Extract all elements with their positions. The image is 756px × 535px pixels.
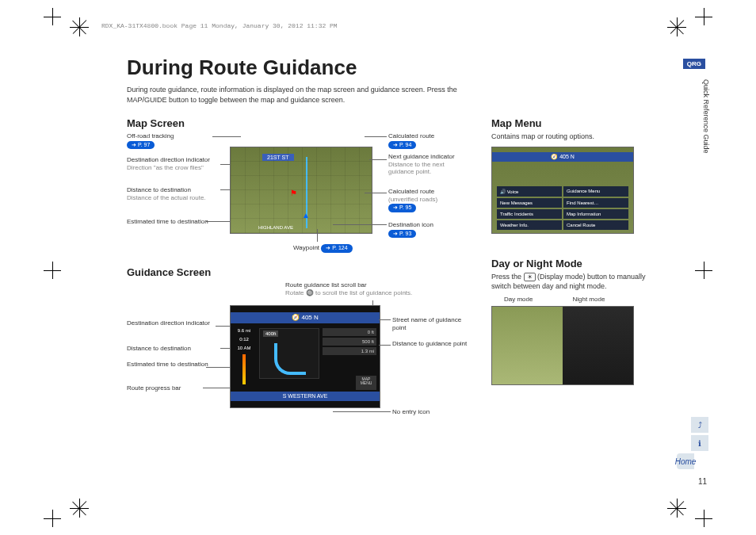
callout-direction-indicator: Destination direction indicator Directio… (127, 156, 222, 171)
callout-calculated-route: Calculated route P. 94 (388, 132, 468, 149)
pageref: P. 94 (388, 141, 416, 149)
map-menu-screenshot: 🧭 405 N 🔊 Voice Guidance Menu New Messag… (491, 147, 634, 234)
heading-map-screen: Map Screen (127, 117, 468, 129)
street-bar-bottom: S WESTERN AVE (231, 392, 380, 401)
crop-mark (695, 510, 712, 527)
street-label-bottom: HIGHLAND AVE (258, 225, 293, 230)
day-night-screenshot (491, 306, 634, 385)
print-header: RDX_KA-31TX4800.book Page 11 Monday, Jan… (101, 22, 338, 29)
callout-no-entry: No entry icon (392, 408, 468, 416)
map-menu-desc: Contains map or routing options. (491, 132, 666, 142)
pageref: P. 97 (127, 141, 155, 149)
menu-item: Traffic Incidents (497, 209, 562, 219)
leader-line (206, 367, 233, 368)
guide-title-vertical: Quick Reference Guide (702, 79, 710, 154)
crop-mark (695, 8, 712, 25)
register-mark (667, 499, 686, 518)
leader-line (333, 411, 391, 412)
street-label-top: 21ST ST (262, 154, 294, 161)
list-item: 1.3 mi (323, 347, 376, 355)
map-screenshot: 21ST ST ⚑ ▲ HIGHLAND AVE (230, 147, 372, 234)
guidance-list: 0 ft 500 ft 1.3 mi (323, 328, 376, 357)
register-mark (667, 17, 686, 36)
side-stats: 9.6 mi 0:12 10 AM (232, 328, 256, 386)
day-mode-thumb (492, 307, 563, 384)
leader-line (333, 224, 387, 225)
page-number: 11 (698, 477, 707, 486)
callout-unverified-route: Calculated route (unverified roads) P. 9… (388, 188, 468, 212)
callout-scroll-bar: Route guidance list scroll bar Rotate 🔘 … (285, 281, 444, 296)
pageref: P. 93 (388, 230, 416, 238)
heading-day-night: Day or Night Mode (491, 258, 666, 269)
map-screen-diagram: Off-road tracking P. 97 Destination dire… (127, 132, 468, 263)
menu-item: 🔊 Voice (497, 186, 562, 197)
crop-mark (44, 262, 61, 279)
night-mode-label: Night mode (572, 296, 605, 303)
map-menu-button: MAP MENU (356, 376, 376, 390)
menu-item: Map Information (563, 209, 628, 219)
callout-off-road: Off-road tracking P. 97 (127, 132, 222, 149)
callout-distance-gp: Distance to guidance point (392, 340, 468, 348)
mode-labels: Day mode Night mode (491, 296, 666, 303)
pageref: P. 95 (388, 204, 416, 212)
progress-bar-icon (242, 354, 246, 384)
route-icon: ⤴ (691, 417, 708, 433)
night-mode-thumb (563, 307, 633, 384)
info-icon: ℹ (691, 435, 708, 451)
home-tab: Home (677, 453, 694, 469)
callout-next-guidance: Next guidance indicator Distance to the … (388, 153, 468, 176)
leader-line (369, 159, 387, 160)
day-night-desc: Press the ☀ (Display mode) button to man… (491, 273, 666, 291)
callout-dir-indicator-g: Destination direction indicator (127, 319, 222, 327)
crop-mark (695, 262, 712, 279)
callout-street-name: Street name of guidance point (392, 316, 468, 331)
intro-text: During route guidance, route information… (127, 85, 468, 105)
leader-line (317, 229, 318, 242)
menu-item: Guidance Menu (563, 186, 628, 197)
menu-item: Find Nearest… (563, 198, 628, 208)
day-mode-label: Day mode (504, 296, 533, 303)
crop-mark (44, 8, 61, 25)
list-item: 0 ft (323, 328, 376, 336)
menu-item: New Messages (497, 198, 562, 208)
street-bar-top: 🧭 405 N (492, 152, 633, 162)
callout-destination-icon: Destination icon P. 93 (388, 221, 468, 238)
guidance-screenshot: 🧭 405 N 9.6 mi 0:12 10 AM 400ft 0 ft 500… (230, 305, 380, 408)
turn-thumbnail: 400ft (259, 328, 319, 379)
display-mode-key-icon: ☀ (524, 273, 536, 282)
leader-line (379, 345, 391, 346)
leader-line (203, 388, 233, 388)
menu-item: Weather Info. (497, 220, 562, 230)
waypoint-icon: ▲ (302, 211, 310, 220)
leader-line (379, 319, 391, 320)
menu-item: Cancel Route (563, 220, 628, 230)
destination-flag-icon: ⚑ (290, 189, 297, 197)
turn-distance: 400ft (263, 331, 278, 337)
street-bar-top: 🧭 405 N (231, 312, 380, 323)
side-tab-icons: ⤴ ℹ Home (691, 417, 708, 472)
leader-line (365, 136, 387, 137)
register-mark (70, 499, 89, 518)
turn-arrow-icon (274, 343, 306, 375)
heading-map-menu: Map Menu (491, 117, 666, 129)
register-mark (70, 17, 89, 36)
list-item: 500 ft (323, 338, 376, 346)
leader-line (212, 136, 241, 137)
heading-guidance-screen: Guidance Screen (127, 266, 468, 278)
crop-mark (44, 510, 61, 527)
callout-waypoint: Waypoint P. 124 (293, 243, 353, 252)
callout-distance-g: Distance to destination (127, 345, 222, 353)
pageref: P. 124 (321, 244, 352, 252)
page-title: During Route Guidance (127, 55, 689, 80)
leader-line (365, 193, 387, 193)
guidance-screen-diagram: Route guidance list scroll bar Rotate 🔘 … (127, 281, 468, 440)
callout-distance: Distance to destination Distance of the … (127, 186, 222, 201)
